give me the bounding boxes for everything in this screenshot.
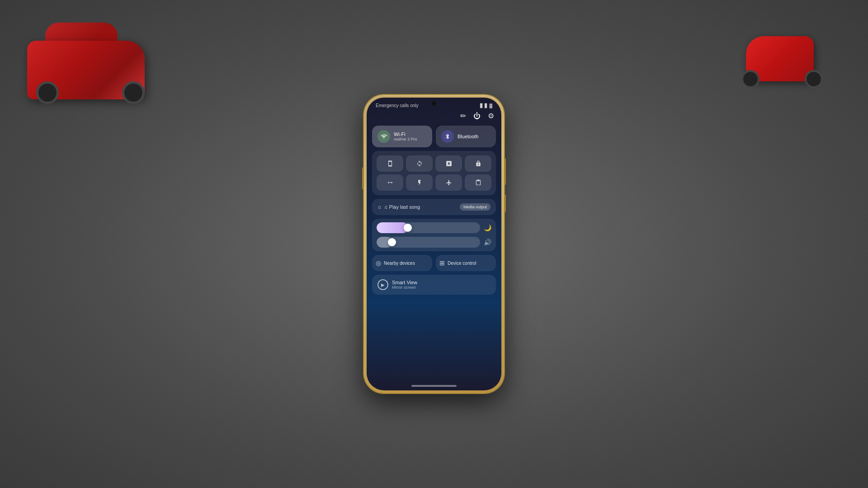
phone-frame: Emergency calls only ▊ ▊ ▓ ✏ ⏻ ⚙ bbox=[364, 95, 504, 393]
bluetooth-svg bbox=[444, 133, 451, 140]
smart-view-icon: ▶ bbox=[377, 279, 388, 290]
connectivity-row: Wi-Fi realme 3 Pro Bluetooth bbox=[372, 126, 496, 147]
nearby-devices-label: Nearby devices bbox=[384, 261, 415, 266]
bluetooth-name: Bluetooth bbox=[458, 134, 478, 139]
media-info: ♫ ♫ Play last song bbox=[377, 204, 420, 210]
phone-wrapper: Emergency calls only ▊ ▊ ▓ ✏ ⏻ ⚙ bbox=[364, 95, 504, 393]
volume-slider[interactable] bbox=[377, 237, 480, 248]
sync-btn[interactable] bbox=[406, 155, 433, 172]
flashlight-btn[interactable] bbox=[406, 174, 433, 191]
screenshot-btn[interactable] bbox=[377, 155, 403, 172]
home-indicator[interactable] bbox=[367, 381, 501, 390]
smart-view-tile[interactable]: ▶ Smart View Mirror screen bbox=[372, 275, 496, 295]
nfc-icon bbox=[446, 160, 452, 167]
top-actions-bar: ✏ ⏻ ⚙ bbox=[367, 110, 501, 124]
volume-up-button[interactable] bbox=[362, 167, 364, 190]
clipboard-btn[interactable] bbox=[465, 174, 491, 191]
wifi-name: Wi-Fi bbox=[394, 131, 417, 137]
device-control-label: Device control bbox=[448, 261, 476, 266]
brightness-fill bbox=[377, 222, 408, 233]
dark-mode-icon[interactable]: 🌙 bbox=[484, 224, 491, 231]
wifi-svg bbox=[381, 133, 387, 140]
phone-screen: Emergency calls only ▊ ▊ ▓ ✏ ⏻ ⚙ bbox=[367, 98, 501, 390]
smart-view-text: Smart View Mirror screen bbox=[392, 280, 417, 290]
volume-icon[interactable]: 🔊 bbox=[484, 239, 491, 246]
brightness-slider[interactable] bbox=[377, 222, 480, 233]
bluetooth-tile-text: Bluetooth bbox=[458, 134, 478, 139]
music-icon: ♫ bbox=[377, 204, 381, 210]
edit-icon[interactable]: ✏ bbox=[460, 112, 466, 120]
media-output-button[interactable]: Media output bbox=[460, 203, 491, 211]
device-control-icon: ⊞ bbox=[439, 259, 445, 267]
media-row[interactable]: ♫ ♫ Play last song Media output bbox=[372, 199, 496, 215]
wifi-status-icon: ▊ bbox=[480, 103, 483, 108]
volume-thumb[interactable] bbox=[388, 238, 396, 246]
wifi-tile-text: Wi-Fi realme 3 Pro bbox=[394, 131, 417, 141]
battery-icon: ▓ bbox=[489, 103, 492, 108]
toy-car-decoration bbox=[18, 9, 163, 108]
quick-settings-panel: Wi-Fi realme 3 Pro Bluetooth bbox=[367, 124, 501, 381]
wifi-icon bbox=[377, 130, 390, 143]
front-camera bbox=[432, 101, 436, 106]
quick-icon-grid bbox=[372, 151, 496, 195]
lock-rotation-icon bbox=[475, 160, 481, 167]
sync-icon bbox=[416, 160, 423, 167]
clipboard-icon bbox=[475, 179, 481, 186]
nearby-devices-tile[interactable]: ◎ Nearby devices bbox=[372, 255, 432, 271]
signal-status-icon: ▊ bbox=[485, 103, 488, 108]
toy-scooter-decoration bbox=[732, 5, 832, 95]
data-toggle-btn[interactable] bbox=[377, 174, 403, 191]
home-bar bbox=[411, 385, 457, 387]
sliders-section: 🌙 🔊 bbox=[372, 219, 496, 251]
nearby-devices-icon: ◎ bbox=[376, 259, 381, 267]
status-icons: ▊ ▊ ▓ bbox=[480, 103, 492, 108]
volume-button[interactable] bbox=[504, 194, 506, 212]
airplane-mode-btn[interactable] bbox=[435, 174, 462, 191]
bluetooth-icon bbox=[441, 130, 454, 143]
airplane-icon bbox=[446, 179, 452, 186]
bluetooth-tile[interactable]: Bluetooth bbox=[436, 126, 496, 147]
bottom-tiles-row: ◎ Nearby devices ⊞ Device control bbox=[372, 255, 496, 271]
device-control-tile[interactable]: ⊞ Device control bbox=[436, 255, 496, 271]
settings-icon[interactable]: ⚙ bbox=[488, 112, 494, 120]
volume-slider-row: 🔊 bbox=[377, 237, 491, 248]
smart-view-sub: Mirror screen bbox=[392, 285, 417, 290]
lock-rotate-btn[interactable] bbox=[465, 155, 491, 172]
brightness-thumb[interactable] bbox=[404, 224, 412, 232]
smart-view-name: Smart View bbox=[392, 280, 417, 285]
flashlight-icon bbox=[416, 179, 423, 186]
nfc-btn[interactable] bbox=[435, 155, 462, 172]
wifi-tile[interactable]: Wi-Fi realme 3 Pro bbox=[372, 126, 432, 147]
power-icon[interactable]: ⏻ bbox=[473, 112, 481, 120]
carrier-text: Emergency calls only bbox=[376, 103, 418, 108]
brightness-slider-row: 🌙 bbox=[377, 222, 491, 233]
power-button[interactable] bbox=[504, 158, 506, 185]
wifi-sub: realme 3 Pro bbox=[394, 137, 417, 141]
media-label: ♫ Play last song bbox=[384, 204, 420, 210]
data-toggle-icon bbox=[387, 179, 393, 186]
screenshot-icon bbox=[387, 160, 393, 167]
play-icon: ▶ bbox=[381, 282, 385, 287]
